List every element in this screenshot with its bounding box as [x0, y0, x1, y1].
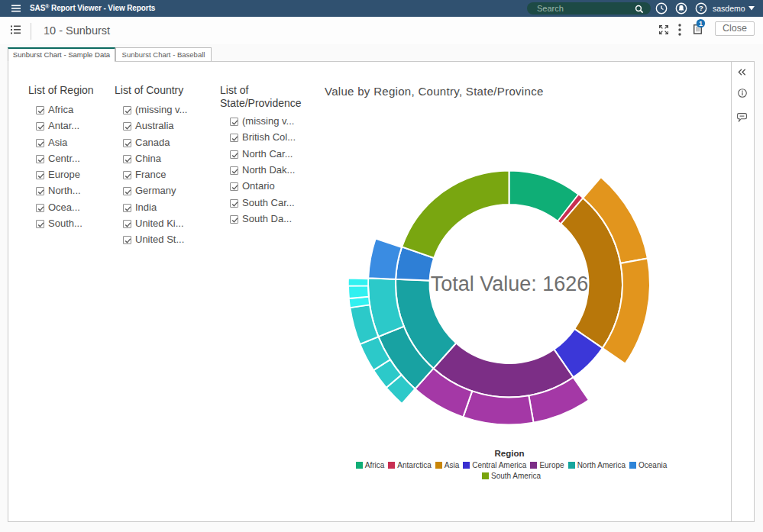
svg-text:?: ?: [699, 4, 703, 12]
svg-text:1: 1: [699, 20, 703, 27]
